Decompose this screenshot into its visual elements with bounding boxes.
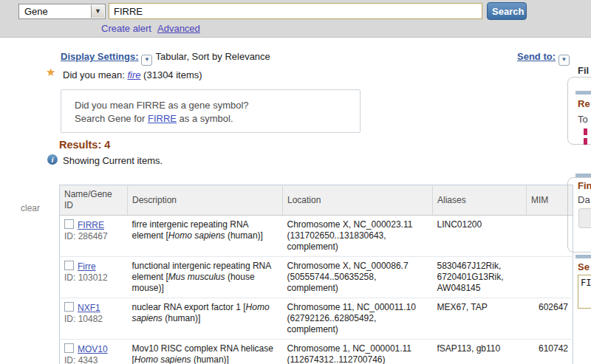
column-header-mim[interactable]: MIM xyxy=(527,185,573,216)
info-icon: i xyxy=(47,154,58,165)
gene-description: functional intergenic repeating RNA elem… xyxy=(128,257,283,298)
row-checkbox[interactable] xyxy=(64,302,74,312)
select-dropdown-arrow-icon[interactable]: ▼ xyxy=(91,5,104,18)
column-header-location[interactable]: Location xyxy=(283,185,433,216)
gene-mim: 610742 xyxy=(527,340,573,364)
gene-mim: 602647 xyxy=(527,298,573,340)
gene-id: ID: 10482 xyxy=(64,314,103,324)
send-to-link[interactable]: Send to: xyxy=(517,51,556,62)
table-row: FirreID: 103012 functional intergenic re… xyxy=(60,257,573,298)
gene-location: Chromosome 1, NC_000001.11 (112674312..1… xyxy=(283,340,433,364)
search-button[interactable]: Search xyxy=(487,2,527,20)
gene-location: Chromosome X, NC_000023.11 (131702650..1… xyxy=(283,216,433,257)
column-header-name[interactable]: Name/Gene ID xyxy=(60,185,128,216)
display-settings-dropdown-icon[interactable]: ▼ xyxy=(141,55,152,66)
gene-description: nuclear RNA export factor 1 [Homo sapien… xyxy=(128,298,283,340)
gene-aliases: 5830467J12Rik, 6720401G13Rik, AW048145 xyxy=(433,257,527,298)
table-row: FIRREID: 286467 firre intergenic repeati… xyxy=(60,216,573,257)
gene-aliases: fSAP113, gb110 xyxy=(433,340,527,364)
gene-mim xyxy=(527,257,573,298)
star-icon: ★ xyxy=(46,66,55,79)
row-checkbox[interactable] xyxy=(64,219,74,229)
create-alert-link[interactable]: Create alert xyxy=(101,23,151,34)
search-header-bar: Gene ▼ Search Create alert Advanced xyxy=(0,0,591,38)
send-to-group: Send to:▼ xyxy=(517,49,573,66)
gene-search-results-page: Gene ▼ Search Create alert Advanced Disp… xyxy=(0,0,591,364)
gene-aliases: MEX67, TAP xyxy=(433,298,527,340)
suggested-term-link[interactable]: fire xyxy=(127,69,140,80)
sidebar-divider xyxy=(575,91,591,95)
database-select[interactable]: Gene ▼ xyxy=(18,4,106,19)
table-row: NXF1ID: 10482 nuclear RNA export factor … xyxy=(60,298,573,340)
column-header-description[interactable]: Description xyxy=(128,185,283,216)
symbol-search-link[interactable]: FIRRE xyxy=(148,113,177,124)
row-checkbox[interactable] xyxy=(64,343,74,353)
sidebar-find-related-header: Fin xyxy=(578,180,591,191)
display-settings-group: Display Settings:▼Tabular, Sort by Relev… xyxy=(61,49,270,66)
database-select-value: Gene xyxy=(24,6,48,17)
gene-location: Chromosome 11, NC_000011.10 (62792126..6… xyxy=(283,298,433,340)
results-count-heading: Results: 4 xyxy=(59,139,110,151)
search-details-textarea[interactable]: FI xyxy=(578,275,591,309)
gene-name-link[interactable]: NXF1 xyxy=(78,303,100,313)
sidebar-divider xyxy=(575,255,591,258)
gene-description: firre intergenic repeating RNA element [… xyxy=(128,216,283,257)
sidebar-search-details-header: Se xyxy=(578,261,590,272)
gene-symbol-suggestion-box: Did you mean FIRRE as a gene symbol? Sea… xyxy=(61,89,361,133)
species-name: Mus musculus xyxy=(168,272,225,282)
gene-id: ID: 286467 xyxy=(64,231,108,241)
did-you-mean-line: Did you mean: fire (31304 items) xyxy=(63,69,202,80)
display-settings-link[interactable]: Display Settings: xyxy=(61,51,138,62)
row-checkbox[interactable] xyxy=(64,261,74,270)
gene-name-link[interactable]: FIRRE xyxy=(78,220,104,230)
did-you-mean-prefix: Did you mean: xyxy=(63,69,127,80)
sidebar-database-select[interactable] xyxy=(578,208,591,228)
display-mode-text: Tabular, Sort by Relevance xyxy=(155,51,270,62)
table-row: MOV10ID: 4343 Mov10 RISC complex RNA hel… xyxy=(60,340,573,364)
table-header-row: Name/Gene ID Description Location Aliase… xyxy=(60,185,573,216)
sidebar-divider xyxy=(575,174,591,177)
organism-link-fragment[interactable] xyxy=(584,138,587,145)
gene-mim xyxy=(527,216,573,257)
gene-location: Chromosome X, NC_000086.7 (50555744..506… xyxy=(283,257,433,298)
suggestion-line2: Search Gene for FIRRE as a symbol. xyxy=(75,112,360,126)
sidebar-filters-box xyxy=(567,77,591,145)
search-input[interactable] xyxy=(109,3,482,19)
gene-id: ID: 103012 xyxy=(64,272,108,283)
species-name: Homo sapiens xyxy=(168,230,225,241)
advanced-search-link[interactable]: Advanced xyxy=(157,23,200,34)
sidebar-results-by-header: Re xyxy=(578,98,590,109)
sidebar-top-organisms-label: To xyxy=(578,114,588,125)
sidebar-database-label: Da xyxy=(578,194,590,205)
gene-description: Mov10 RISC complex RNA helicase [Homo sa… xyxy=(128,340,283,364)
results-status-text: Showing Current items. xyxy=(63,155,163,166)
gene-results-table: Name/Gene ID Description Location Aliase… xyxy=(59,185,573,364)
gene-name-link[interactable]: Firre xyxy=(78,261,96,272)
gene-aliases: LINC01200 xyxy=(433,216,527,257)
suggestion-line1: Did you mean FIRRE as a gene symbol? xyxy=(75,99,360,112)
gene-id: ID: 4343 xyxy=(64,355,98,364)
clear-filter-link[interactable]: clear xyxy=(21,203,40,213)
organism-link-fragment[interactable] xyxy=(584,128,587,135)
did-you-mean-count: (31304 items) xyxy=(141,69,202,80)
species-name: Homo sapiens xyxy=(134,354,191,364)
sidebar-filters-title: Fil xyxy=(578,65,589,76)
send-to-dropdown-icon[interactable]: ▼ xyxy=(558,55,570,66)
gene-name-link[interactable]: MOV10 xyxy=(78,344,108,354)
column-header-aliases[interactable]: Aliases xyxy=(433,185,527,216)
